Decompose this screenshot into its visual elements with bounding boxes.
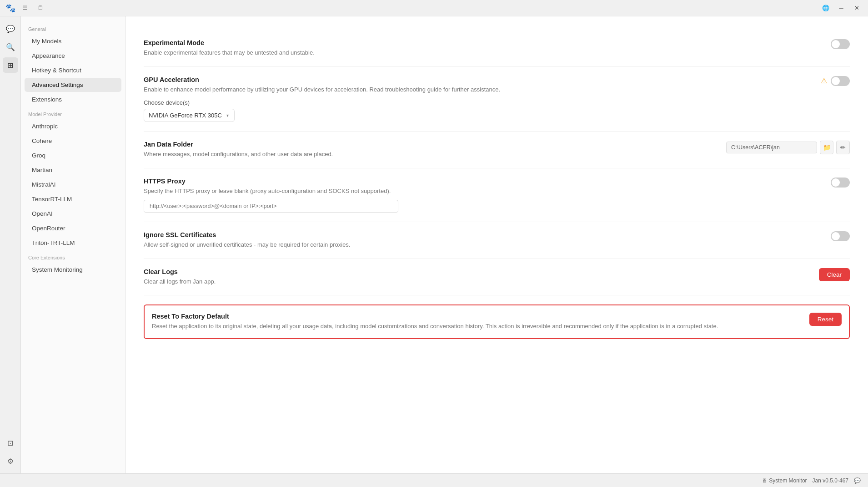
gpu-acceleration-info: GPU Acceleration Enable to enhance model… bbox=[144, 76, 812, 94]
globe-button[interactable]: 🌐 bbox=[820, 2, 832, 14]
ignore-ssl-row: Ignore SSL Certificates Allow self-signe… bbox=[144, 222, 850, 259]
chevron-down-icon: ▾ bbox=[226, 113, 229, 118]
sidebar-item-extensions[interactable]: Extensions bbox=[25, 92, 121, 107]
experimental-mode-row: Experimental Mode Enable experimental fe… bbox=[144, 30, 850, 67]
clear-logs-control: Clear bbox=[819, 268, 850, 281]
sidebar-item-anthropic[interactable]: Anthropic bbox=[25, 119, 121, 133]
experimental-mode-desc: Enable experimental features that may be… bbox=[144, 48, 822, 57]
clear-logs-info: Clear Logs Clear all logs from Jan app. bbox=[144, 268, 810, 286]
version-label: Jan v0.5.0-467 bbox=[813, 477, 848, 484]
general-section-label: General bbox=[21, 22, 125, 34]
sidebar-item-tensorrt[interactable]: TensorRT-LLM bbox=[25, 192, 121, 206]
reset-factory-control: Reset bbox=[809, 313, 842, 326]
settings-icon[interactable]: ⚙ bbox=[3, 453, 18, 469]
https-proxy-control bbox=[831, 178, 850, 188]
jan-data-folder-row: Jan Data Folder Where messages, model co… bbox=[144, 132, 850, 168]
experimental-mode-title: Experimental Mode bbox=[144, 39, 822, 46]
sidebar-item-cohere[interactable]: Cohere bbox=[25, 134, 121, 148]
jan-data-folder-info: Jan Data Folder Where messages, model co… bbox=[144, 141, 717, 159]
jan-data-folder-title: Jan Data Folder bbox=[144, 141, 717, 148]
jan-data-folder-control: 📁 ✏ bbox=[726, 141, 850, 154]
close-button[interactable]: ✕ bbox=[851, 2, 863, 14]
device-select-wrapper: Choose device(s) NVIDIA GeForce RTX 305C… bbox=[144, 99, 235, 122]
gpu-acceleration-desc: Enable to enhance model performance by u… bbox=[144, 85, 812, 94]
notes-button[interactable]: 🗒 bbox=[35, 2, 46, 14]
edit-folder-button[interactable]: ✏ bbox=[836, 141, 850, 154]
clear-logs-row: Clear Logs Clear all logs from Jan app. … bbox=[144, 259, 850, 296]
selected-device-text: NVIDIA GeForce RTX 305C bbox=[149, 112, 222, 119]
device-select-dropdown[interactable]: NVIDIA GeForce RTX 305C ▾ bbox=[144, 109, 235, 122]
clear-logs-title: Clear Logs bbox=[144, 268, 810, 275]
sidebar-item-mistralai[interactable]: MistralAI bbox=[25, 178, 121, 192]
discord-icon[interactable]: 💬 bbox=[854, 477, 861, 484]
plugin-icon[interactable]: ⊡ bbox=[3, 435, 18, 451]
experimental-mode-control bbox=[831, 39, 850, 49]
monitor-icon: 🖥 bbox=[762, 477, 767, 484]
app-logo: 🐾 bbox=[5, 3, 15, 13]
gpu-setting-header: GPU Acceleration Enable to enhance model… bbox=[144, 76, 850, 94]
status-bar: 🖥 System Monitor Jan v0.5.0-467 💬 bbox=[0, 473, 868, 487]
chat-icon[interactable]: 💬 bbox=[3, 21, 18, 36]
gpu-acceleration-toggle[interactable] bbox=[831, 76, 850, 86]
hamburger-button[interactable]: ☰ bbox=[19, 2, 31, 14]
jan-data-folder-desc: Where messages, model configurations, an… bbox=[144, 150, 717, 159]
apps-icon[interactable]: ⊞ bbox=[3, 57, 18, 73]
ignore-ssl-control bbox=[831, 231, 850, 241]
clear-logs-button[interactable]: Clear bbox=[819, 268, 850, 281]
icon-bar: 💬 🔍 ⊞ ⊡ ⚙ bbox=[0, 16, 21, 473]
reset-factory-row: Reset To Factory Default Reset the appli… bbox=[144, 304, 850, 339]
https-proxy-desc: Specify the HTTPS proxy or leave blank (… bbox=[144, 187, 822, 196]
sidebar-item-groq[interactable]: Groq bbox=[25, 148, 121, 162]
reset-factory-title: Reset To Factory Default bbox=[152, 313, 791, 320]
ignore-ssl-info: Ignore SSL Certificates Allow self-signe… bbox=[144, 231, 822, 249]
https-proxy-info: HTTPS Proxy Specify the HTTPS proxy or l… bbox=[144, 178, 822, 213]
https-proxy-row: HTTPS Proxy Specify the HTTPS proxy or l… bbox=[144, 168, 850, 223]
reset-factory-info: Reset To Factory Default Reset the appli… bbox=[152, 313, 791, 331]
experimental-mode-toggle[interactable] bbox=[831, 39, 850, 49]
sidebar-item-openai[interactable]: OpenAI bbox=[25, 207, 121, 221]
gpu-acceleration-row: GPU Acceleration Enable to enhance model… bbox=[144, 67, 850, 132]
search-icon[interactable]: 🔍 bbox=[3, 39, 18, 55]
proxy-input[interactable] bbox=[144, 200, 398, 213]
sidebar-item-triton[interactable]: Triton-TRT-LLM bbox=[25, 236, 121, 250]
ignore-ssl-title: Ignore SSL Certificates bbox=[144, 231, 822, 238]
choose-device-label: Choose device(s) bbox=[144, 99, 235, 106]
sidebar-item-martian[interactable]: Martian bbox=[25, 163, 121, 177]
ignore-ssl-toggle[interactable] bbox=[831, 231, 850, 241]
reset-factory-button[interactable]: Reset bbox=[809, 313, 842, 326]
title-bar: 🐾 ☰ 🗒 🌐 ─ ✕ bbox=[0, 0, 868, 16]
gpu-warning-icon: ⚠ bbox=[821, 76, 827, 85]
system-monitor-status[interactable]: 🖥 System Monitor bbox=[762, 477, 807, 484]
sidebar: General My Models Appearance Hotkey & Sh… bbox=[21, 16, 125, 473]
open-folder-button[interactable]: 📁 bbox=[820, 141, 833, 154]
sidebar-item-openrouter[interactable]: OpenRouter bbox=[25, 221, 121, 235]
minimize-button[interactable]: ─ bbox=[835, 2, 847, 14]
clear-logs-desc: Clear all logs from Jan app. bbox=[144, 277, 810, 286]
sidebar-item-appearance[interactable]: Appearance bbox=[25, 49, 121, 63]
folder-path-input[interactable] bbox=[726, 142, 817, 153]
model-provider-section-label: Model Provider bbox=[21, 107, 125, 119]
https-proxy-toggle[interactable] bbox=[831, 178, 850, 188]
https-proxy-title: HTTPS Proxy bbox=[144, 178, 822, 185]
sidebar-item-advanced[interactable]: Advanced Settings bbox=[25, 78, 121, 92]
monitor-label: System Monitor bbox=[769, 477, 807, 484]
reset-factory-desc: Reset the application to its original st… bbox=[152, 322, 791, 331]
gpu-acceleration-title: GPU Acceleration bbox=[144, 76, 812, 83]
sidebar-item-my-models[interactable]: My Models bbox=[25, 34, 121, 48]
experimental-mode-info: Experimental Mode Enable experimental fe… bbox=[144, 39, 822, 57]
core-extensions-section-label: Core Extensions bbox=[21, 250, 125, 262]
sidebar-item-system-monitoring[interactable]: System Monitoring bbox=[25, 263, 121, 277]
app-body: 💬 🔍 ⊞ ⊡ ⚙ General My Models Appearance H… bbox=[0, 16, 868, 473]
main-content: Experimental Mode Enable experimental fe… bbox=[125, 16, 868, 473]
sidebar-item-hotkey[interactable]: Hotkey & Shortcut bbox=[25, 63, 121, 77]
ignore-ssl-desc: Allow self-signed or unverified certific… bbox=[144, 240, 822, 249]
gpu-acceleration-control: ⚠ bbox=[821, 76, 850, 86]
